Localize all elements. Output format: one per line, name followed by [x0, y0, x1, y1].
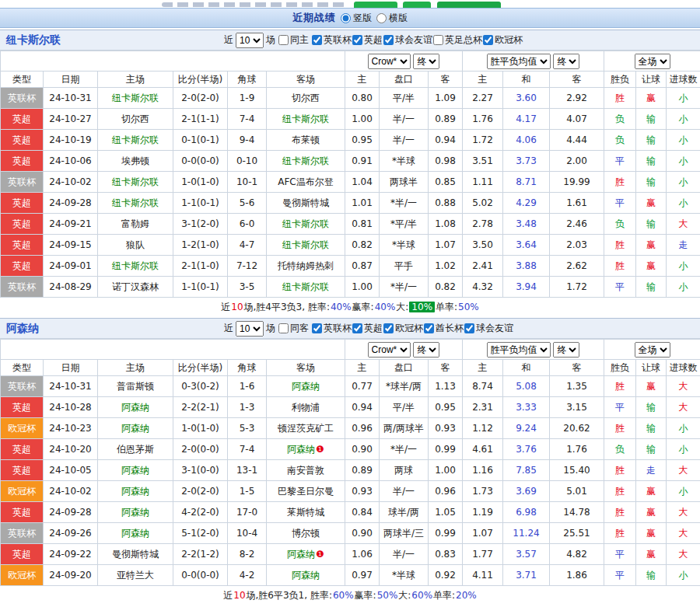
home-team: 纽卡斯尔联	[98, 193, 173, 214]
league-filter[interactable]: 欧冠杯	[383, 322, 423, 335]
handicap-result-flag: 输	[636, 418, 667, 439]
clipped-green-button[interactable]	[437, 2, 501, 8]
league-label: 英联杯	[324, 33, 352, 47]
euro-average-select[interactable]: 胜平负均值	[487, 54, 551, 69]
league-filter[interactable]: 英超	[352, 322, 383, 335]
section-header: 纽卡斯尔联 近 10 场 同主 英联杯英超球会友谊英足总杯欧冠杯	[0, 30, 700, 51]
euro-average-select[interactable]: 胜平负均值	[487, 342, 551, 358]
match-date: 24-10-02	[44, 481, 98, 502]
handicap-result-flag: 输	[636, 214, 667, 235]
goals-result-flag: 小	[667, 193, 700, 214]
euro-home-odds: 1.12	[463, 418, 503, 439]
column-header: 客场	[267, 360, 345, 376]
bookmaker-select[interactable]: Crow*	[368, 342, 411, 358]
league-checkbox[interactable]	[433, 35, 443, 45]
layout-radio-vertical[interactable]: 竖版	[340, 12, 372, 25]
clipped-green-button[interactable]	[403, 2, 431, 8]
league-checkbox[interactable]	[312, 35, 322, 45]
league-checkbox[interactable]	[483, 35, 493, 45]
score: 0-3(0-2)	[173, 376, 228, 397]
euro-draw-odds: 11.24	[503, 523, 550, 544]
corner-score: 6-0	[228, 214, 267, 235]
column-header: 和	[503, 72, 550, 88]
asia-home-odds: 1.01	[345, 193, 380, 214]
euro-draw-odds: 3.71	[503, 565, 550, 586]
scope-controls: 全场	[604, 340, 700, 360]
handicap-result-flag: 赢	[636, 376, 667, 397]
vertical-radio[interactable]	[341, 13, 351, 23]
goals-result-flag: 小	[667, 277, 700, 298]
euro-home-odds: 1.76	[463, 109, 503, 130]
league-filter[interactable]: 欧冠杯	[482, 33, 523, 47]
league-filter[interactable]: 英联杯	[311, 322, 352, 335]
league-checkbox[interactable]	[312, 323, 322, 333]
euro-final-select[interactable]: 终	[553, 342, 579, 358]
summary-part: 单率:	[436, 301, 457, 314]
summary-part: 10%	[409, 302, 435, 312]
corner-score: 3-5	[228, 277, 267, 298]
asia-final-select[interactable]: 终	[413, 54, 439, 69]
league-filter[interactable]: 球会友谊	[464, 322, 513, 335]
summary-part: 40%	[331, 302, 352, 312]
corner-score: 13-1	[228, 460, 267, 481]
layout-radio-horizontal[interactable]: 横版	[376, 12, 408, 25]
result-flag: 胜	[604, 376, 636, 397]
result-flag: 胜	[604, 460, 636, 481]
league-checkbox[interactable]	[352, 35, 362, 45]
euro-away-odds: 2.62	[550, 256, 604, 277]
league-checkbox[interactable]	[383, 35, 394, 45]
corner-score: 10-4	[228, 523, 267, 544]
away-team: 顿涅茨克矿工	[267, 418, 345, 439]
euro-home-odds: 2.41	[463, 256, 503, 277]
same-venue-checkbox[interactable]	[278, 35, 289, 45]
result-flag: 平	[604, 193, 636, 214]
home-team: 阿森纳	[98, 460, 173, 481]
match-count-select[interactable]: 10	[236, 33, 264, 48]
asia-handicap: 两/两球半	[380, 418, 429, 439]
league-filter[interactable]: 英足总杯	[432, 33, 482, 47]
league-filter[interactable]: 酋长杯	[423, 322, 464, 335]
corner-score: 7-12	[228, 256, 267, 277]
same-venue-checkbox[interactable]	[278, 323, 289, 333]
type-badge: 欧冠杯	[1, 481, 44, 502]
league-checkbox[interactable]	[464, 323, 474, 333]
column-header: 角球	[228, 360, 267, 376]
match-count-select[interactable]: 10	[236, 321, 264, 337]
goals-result-flag: 大	[667, 397, 700, 418]
asia-handicap: 半/一	[380, 544, 429, 565]
league-filter[interactable]: 英超	[352, 33, 383, 47]
scope-select[interactable]: 全场	[635, 54, 670, 69]
same-venue-filter[interactable]: 同主	[278, 33, 309, 47]
match-row: 英联杯24-10-02纽卡斯尔联1-0(1-0)10-1AFC温布尔登1.04两…	[1, 172, 700, 193]
column-header: 客	[550, 72, 604, 88]
asia-home-odds: 0.97	[345, 565, 380, 586]
match-row: 英超24-10-28阿森纳2-2(2-1)1-3利物浦0.94平/半0.952.…	[1, 397, 700, 418]
same-venue-filter[interactable]: 同客	[278, 322, 309, 335]
table-body: 英联杯24-10-31普雷斯顿0-3(0-2)1-6阿森纳0.77*球半/两1.…	[1, 376, 700, 586]
bookmaker-select[interactable]: Crow*	[368, 54, 411, 69]
league-filter[interactable]: 球会友谊	[383, 33, 432, 47]
horizontal-radio[interactable]	[376, 13, 387, 23]
away-team: AFC温布尔登	[267, 172, 345, 193]
euro-final-select[interactable]: 终	[553, 54, 579, 69]
asia-final-select[interactable]: 终	[413, 342, 439, 358]
euro-away-odds: 3.15	[550, 397, 604, 418]
clipped-nav-text	[162, 2, 345, 7]
asia-away-odds: 1.07	[429, 235, 463, 256]
match-date: 24-10-27	[44, 109, 98, 130]
league-checkbox[interactable]	[383, 323, 394, 333]
summary-part: 赢率:	[355, 589, 376, 602]
euro-away-odds: 1.76	[550, 439, 604, 460]
scope-select[interactable]: 全场	[635, 342, 670, 358]
home-team: 纽卡斯尔联	[98, 256, 173, 277]
euro-draw-odds: 3.33	[503, 397, 550, 418]
league-filter[interactable]: 英联杯	[311, 33, 352, 47]
asia-odds-controls: Crow* 终	[345, 51, 463, 72]
league-checkbox[interactable]	[424, 323, 434, 333]
clipped-green-button[interactable]	[354, 2, 397, 8]
handicap-result-flag: 赢	[636, 193, 667, 214]
euro-away-odds: 2.03	[550, 235, 604, 256]
league-checkbox[interactable]	[352, 323, 362, 333]
goals-result-flag: 走	[667, 235, 700, 256]
euro-home-odds: 1.16	[463, 460, 503, 481]
